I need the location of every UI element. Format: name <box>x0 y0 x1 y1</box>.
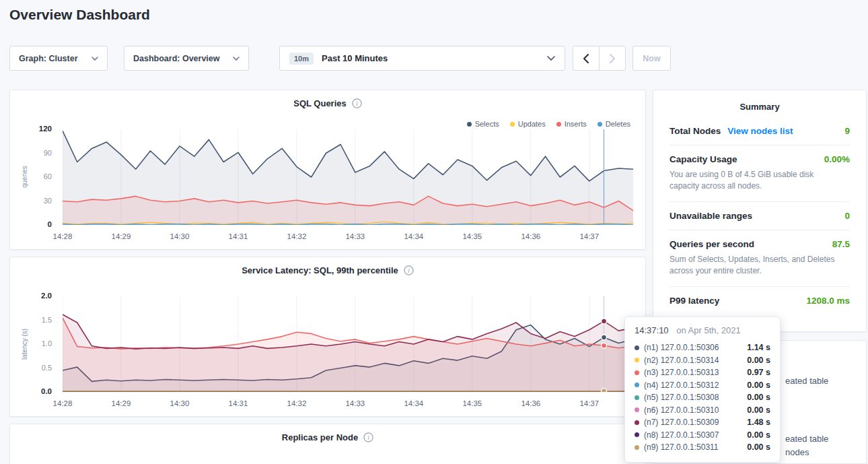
legend-item[interactable]: Selects <box>467 120 499 128</box>
tooltip-row: (n2) 127.0.0.1:503140.00 s <box>635 354 770 367</box>
x-tick-label: 14:32 <box>282 399 312 407</box>
legend-label: Updates <box>518 120 546 128</box>
x-tick-label: 14:37 <box>575 399 604 407</box>
summary-row-top: Total NodesView nodes list9 <box>670 126 850 136</box>
x-tick-label: 14:28 <box>48 399 77 407</box>
summary-label: Queries per second <box>670 239 754 249</box>
x-tick-label: 14:36 <box>516 232 546 240</box>
info-icon[interactable]: i <box>363 432 373 442</box>
x-tick-label: 14:32 <box>282 232 312 240</box>
x-tick-label: 14:28 <box>48 232 77 240</box>
event-item: eated table <box>785 374 828 388</box>
tooltip-row: (n9) 127.0.0.1:503110.00 s <box>635 441 770 454</box>
summary-row: Total NodesView nodes list9 <box>670 117 850 145</box>
tooltip-row: (n6) 127.0.0.1:503100.00 s <box>635 404 770 417</box>
series-dot-icon <box>598 122 602 127</box>
x-axis-labels: 14:2814:2914:3014:3114:3214:3314:3414:35… <box>63 399 633 410</box>
tooltip-row: (n3) 127.0.0.1:503130.97 s <box>635 366 770 379</box>
chart-canvas[interactable] <box>63 129 633 225</box>
series-dot-icon <box>635 358 639 362</box>
event-text: eated table <box>785 432 828 446</box>
y-axis-labels: 0306090120 <box>10 129 59 225</box>
sql-queries-chart-card: SQL Queries i SelectsUpdatesInsertsDelet… <box>9 90 646 250</box>
summary-title: Summary <box>653 90 866 117</box>
tooltip-row: (n8) 127.0.0.1:503070.00 s <box>635 429 770 442</box>
legend-item[interactable]: Inserts <box>556 120 587 128</box>
time-next-button[interactable] <box>599 46 626 71</box>
legend-label: Inserts <box>565 120 587 128</box>
graph-dropdown[interactable]: Graph: Cluster <box>9 46 108 71</box>
chart-header: Replicas per Node i <box>10 432 645 442</box>
event-subtext: nodes <box>785 446 828 459</box>
summary-row-top: Queries per second87.5 <box>670 239 850 249</box>
summary-row: Unavailable ranges0 <box>670 201 850 230</box>
chart-header: Service Latency: SQL, 99th percentile i <box>10 265 645 275</box>
y-tick-label: 90 <box>44 149 52 157</box>
y-tick-label: 0.0 <box>41 387 52 395</box>
x-tick-label: 14:34 <box>399 399 429 407</box>
tooltip-rows: (n1) 127.0.0.1:503061.14 s(n2) 127.0.0.1… <box>635 341 770 454</box>
x-tick-label: 14:29 <box>106 232 136 240</box>
series-dot-icon <box>635 445 639 450</box>
plot-area[interactable] <box>63 129 633 225</box>
crosshair-dot <box>602 319 607 324</box>
x-tick-label: 14:29 <box>106 399 136 407</box>
tooltip-node-value: 0.00 s <box>747 405 770 415</box>
summary-panel: Summary Total NodesView nodes list9Capac… <box>653 90 867 332</box>
series-dot-icon <box>635 383 639 387</box>
x-tick-label: 14:30 <box>165 232 194 240</box>
chevron-down-icon <box>233 57 240 61</box>
y-tick-label: 2.0 <box>41 292 52 300</box>
summary-row: Capacity Usage0.00%You are using 0 B of … <box>670 145 850 201</box>
series-dot-icon <box>510 122 515 127</box>
series-dot-icon <box>635 345 639 350</box>
tooltip-node-value: 0.97 s <box>747 368 770 377</box>
svg-text:i: i <box>408 267 410 274</box>
y-tick-label: 0 <box>48 220 52 228</box>
event-text: eated table <box>785 374 828 388</box>
summary-label: Unavailable ranges <box>670 211 752 221</box>
series-dot-icon <box>635 432 639 437</box>
legend-item[interactable]: Updates <box>510 120 546 128</box>
tooltip-node-value: 1.14 s <box>747 343 770 352</box>
x-tick-label: 14:37 <box>575 232 604 240</box>
series-dot-icon <box>635 407 639 412</box>
chevron-left-icon <box>583 54 589 63</box>
view-nodes-list-link[interactable]: View nodes list <box>727 126 793 136</box>
summary-row-top: Capacity Usage0.00% <box>670 154 850 164</box>
tooltip-node-label: (n6) 127.0.0.1:50310 <box>644 405 719 415</box>
x-tick-label: 14:36 <box>516 399 546 407</box>
x-tick-label: 14:31 <box>223 232 253 240</box>
summary-row: Queries per second87.5Sum of Selects, Up… <box>670 230 850 286</box>
time-now-button[interactable]: Now <box>632 46 671 71</box>
info-icon[interactable]: i <box>352 98 362 108</box>
x-tick-label: 14:35 <box>458 399 487 407</box>
tooltip-time: 14:37:10 <box>635 325 669 335</box>
time-range-picker[interactable]: 10m Past 10 Minutes <box>279 46 565 71</box>
tooltip-node-value: 0.00 s <box>747 430 770 440</box>
y-tick-label: 1.5 <box>42 316 52 324</box>
x-tick-label: 14:35 <box>458 232 487 240</box>
tooltip-date-text: on Apr 5th, 2021 <box>676 325 740 335</box>
series-dot-icon <box>467 122 472 127</box>
info-icon[interactable]: i <box>404 265 414 275</box>
tooltip-node-label: (n8) 127.0.0.1:50307 <box>644 430 719 440</box>
chevron-down-icon <box>92 57 98 61</box>
x-tick-label: 14:31 <box>223 399 253 407</box>
summary-value: 9 <box>844 126 850 136</box>
legend-item[interactable]: Deletes <box>598 120 630 128</box>
page-title: Overview Dashboard <box>9 7 150 23</box>
plot-area[interactable] <box>63 296 633 392</box>
y-tick-label: 0.5 <box>42 364 52 372</box>
x-tick-label: 14:34 <box>399 232 429 240</box>
chart-canvas[interactable] <box>63 296 633 392</box>
graph-dropdown-label: Graph: Cluster <box>19 54 78 63</box>
summary-rows: Total NodesView nodes list9Capacity Usag… <box>653 117 866 314</box>
chart-tooltip: 14:37:10 on Apr 5th, 2021 (n1) 127.0.0.1… <box>624 317 781 463</box>
dashboard-dropdown[interactable]: Dashboard: Overview <box>124 46 249 71</box>
summary-value: 0.00% <box>824 154 850 164</box>
chart-title: SQL Queries <box>293 98 347 108</box>
series-dot-icon <box>635 395 639 400</box>
crosshair-dot <box>602 343 607 348</box>
time-prev-button[interactable] <box>573 46 600 71</box>
